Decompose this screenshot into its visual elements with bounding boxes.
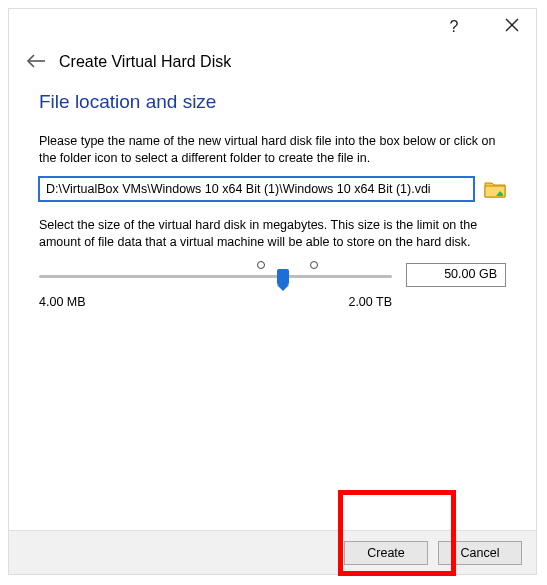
help-icon: ? xyxy=(450,18,459,36)
slider-min-label: 4.00 MB xyxy=(39,295,86,309)
slider-row: 50.00 GB xyxy=(39,261,506,289)
folder-icon xyxy=(484,188,506,203)
page-title: Create Virtual Hard Disk xyxy=(59,53,231,71)
close-button[interactable] xyxy=(498,13,526,41)
button-bar: Create Cancel xyxy=(9,530,536,574)
close-icon xyxy=(505,18,519,36)
slider-labels: 4.00 MB 2.00 TB xyxy=(39,295,392,309)
back-button[interactable] xyxy=(27,55,45,69)
size-instruction: Select the size of the virtual hard disk… xyxy=(39,217,506,251)
content-area: File location and size Please type the n… xyxy=(9,91,536,309)
titlebar: ? xyxy=(9,9,536,45)
size-value-field[interactable]: 50.00 GB xyxy=(406,263,506,287)
section-title: File location and size xyxy=(39,91,506,113)
header-row: Create Virtual Hard Disk xyxy=(9,45,536,89)
back-arrow-icon xyxy=(26,54,46,71)
create-button[interactable]: Create xyxy=(344,541,428,565)
slider-thumb[interactable] xyxy=(277,269,289,285)
path-instruction: Please type the name of the new virtual … xyxy=(39,133,506,167)
cancel-button[interactable]: Cancel xyxy=(438,541,522,565)
file-path-input[interactable] xyxy=(39,177,474,201)
slider-max-label: 2.00 TB xyxy=(348,295,392,309)
slider-track xyxy=(39,275,392,278)
slider-ticks xyxy=(39,261,392,271)
path-row xyxy=(39,177,506,201)
help-button[interactable]: ? xyxy=(440,13,468,41)
create-vhd-dialog: ? Create Virtual Hard Disk File location… xyxy=(8,8,537,575)
size-slider[interactable] xyxy=(39,261,392,289)
slider-tick xyxy=(257,261,265,269)
slider-tick xyxy=(310,261,318,269)
size-slider-block: 50.00 GB 4.00 MB 2.00 TB xyxy=(39,261,506,309)
browse-folder-button[interactable] xyxy=(484,178,506,200)
